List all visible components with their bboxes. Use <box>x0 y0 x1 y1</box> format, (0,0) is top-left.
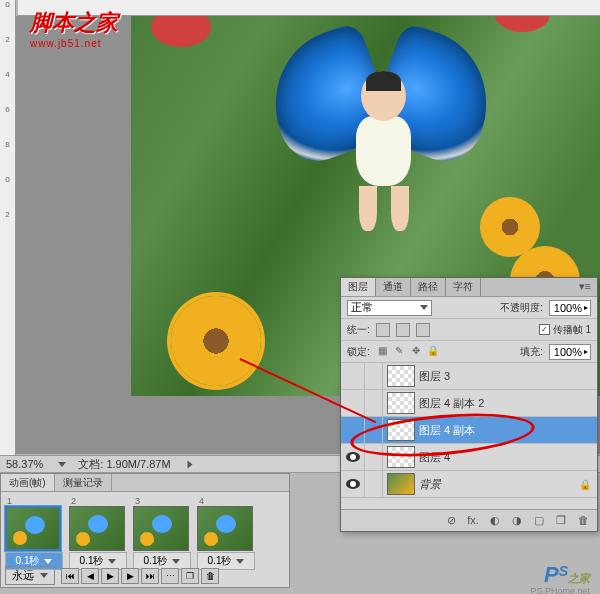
layer-thumbnail[interactable] <box>387 446 415 468</box>
visibility-toggle[interactable] <box>341 417 365 443</box>
animation-tabs: 动画(帧) 测量记录 <box>1 474 289 492</box>
new-layer-button[interactable]: ❐ <box>553 514 569 528</box>
propagate-label: 传播帧 1 <box>553 323 591 337</box>
layer-name[interactable]: 背景 <box>419 477 441 492</box>
eye-icon <box>346 452 360 462</box>
delete-layer-button[interactable]: 🗑 <box>575 514 591 528</box>
frame-thumbnail[interactable] <box>69 506 125 551</box>
visibility-toggle[interactable] <box>341 444 365 470</box>
layer-name[interactable]: 图层 3 <box>419 369 450 384</box>
visibility-toggle[interactable] <box>341 363 365 389</box>
animation-frames-list: 1 0.1秒2 0.1秒3 0.1秒4 0.1秒 <box>1 492 289 574</box>
watermark-title: 脚本之家 <box>30 8 118 38</box>
frame-number: 1 <box>5 496 63 506</box>
layer-thumbnail[interactable] <box>387 419 415 441</box>
frame-number: 2 <box>69 496 127 506</box>
tab-paths[interactable]: 路径 <box>411 278 446 296</box>
layer-thumbnail[interactable] <box>387 365 415 387</box>
link-cell[interactable] <box>365 363 383 389</box>
tab-measurement-log[interactable]: 测量记录 <box>55 474 112 491</box>
animation-frame[interactable]: 3 0.1秒 <box>133 496 191 570</box>
frame-number: 3 <box>133 496 191 506</box>
chevron-right-icon[interactable] <box>187 460 192 468</box>
chevron-down-icon <box>40 573 48 578</box>
layers-panel-tabs: 图层 通道 路径 字符 ▾≡ <box>341 278 597 297</box>
lock-all-icon[interactable]: 🔒 <box>427 345 440 358</box>
chevron-down-icon <box>44 559 52 564</box>
vertical-ruler: 0 2 4 6 8 0 2 <box>0 0 16 455</box>
link-layers-button[interactable]: ⊘ <box>443 514 459 528</box>
tab-animation-frames[interactable]: 动画(帧) <box>1 474 55 491</box>
layer-mask-button[interactable]: ◐ <box>487 514 503 528</box>
layer-row[interactable]: 图层 4 副本 <box>341 417 597 444</box>
layer-thumbnail[interactable] <box>387 473 415 495</box>
link-cell[interactable] <box>365 444 383 470</box>
frame-thumbnail[interactable] <box>133 506 189 551</box>
frame-thumbnail[interactable] <box>197 506 253 551</box>
lock-pixels-icon[interactable]: ✎ <box>393 345 406 358</box>
tween-button[interactable]: ⋯ <box>161 568 179 584</box>
panel-menu-button[interactable]: ▾≡ <box>573 278 597 296</box>
link-cell[interactable] <box>365 390 383 416</box>
lock-icon: 🔒 <box>579 479 591 490</box>
fill-input[interactable]: 100%▸ <box>549 344 591 360</box>
animation-controls: 永远 ⏮ ◀ ▶ ▶ ⏭ ⋯ ❐ 🗑 <box>5 566 219 585</box>
watermark-url: www.jb51.net <box>30 38 118 49</box>
first-frame-button[interactable]: ⏮ <box>61 568 79 584</box>
lock-position-icon[interactable]: ✥ <box>410 345 423 358</box>
eye-icon <box>346 479 360 489</box>
doc-size: 1.90M/7.87M <box>106 458 170 470</box>
unify-style-icon[interactable] <box>416 323 430 337</box>
frame-thumbnail[interactable] <box>5 506 61 551</box>
animation-frame[interactable]: 1 0.1秒 <box>5 496 63 570</box>
layer-row[interactable]: 背景 🔒 <box>341 471 597 498</box>
prev-frame-button[interactable]: ◀ <box>81 568 99 584</box>
layer-list: 图层 3 图层 4 副本 2 图层 4 副本 图层 4 背景 🔒 <box>341 363 597 498</box>
layer-name[interactable]: 图层 4 副本 2 <box>419 396 484 411</box>
frame-number: 4 <box>197 496 255 506</box>
animation-frame[interactable]: 2 0.1秒 <box>69 496 127 570</box>
unify-label: 统一: <box>347 323 370 337</box>
zoom-level[interactable]: 58.37% <box>6 458 43 470</box>
propagate-checkbox[interactable]: ✓ <box>539 324 550 335</box>
link-cell[interactable] <box>365 471 383 497</box>
bottom-logo: PS之家 <box>544 562 590 588</box>
layer-name[interactable]: 图层 4 <box>419 450 450 465</box>
chevron-down-icon <box>172 559 180 564</box>
visibility-toggle[interactable] <box>341 471 365 497</box>
opacity-label: 不透明度: <box>500 301 543 315</box>
fill-label: 填充: <box>520 345 543 359</box>
adjustment-layer-button[interactable]: ◑ <box>509 514 525 528</box>
duplicate-frame-button[interactable]: ❐ <box>181 568 199 584</box>
layer-row[interactable]: 图层 4 副本 2 <box>341 390 597 417</box>
lock-label: 锁定: <box>347 345 370 359</box>
chevron-down-icon <box>420 305 428 310</box>
layer-thumbnail[interactable] <box>387 392 415 414</box>
unify-position-icon[interactable] <box>376 323 390 337</box>
layers-panel-footer: ⊘ fx. ◐ ◑ ▢ ❐ 🗑 <box>341 509 597 531</box>
layer-row[interactable]: 图层 3 <box>341 363 597 390</box>
lock-transparency-icon[interactable]: ▦ <box>376 345 389 358</box>
unify-visibility-icon[interactable] <box>396 323 410 337</box>
chevron-down-icon <box>108 559 116 564</box>
chevron-down-icon[interactable] <box>58 462 66 467</box>
loop-selector[interactable]: 永远 <box>5 566 55 585</box>
layers-panel: 图层 通道 路径 字符 ▾≡ 正常 不透明度: 100%▸ 统一: ✓ 传播帧 … <box>340 277 598 532</box>
layer-style-button[interactable]: fx. <box>465 514 481 528</box>
opacity-input[interactable]: 100%▸ <box>549 300 591 316</box>
delete-frame-button[interactable]: 🗑 <box>201 568 219 584</box>
last-frame-button[interactable]: ⏭ <box>141 568 159 584</box>
next-frame-button[interactable]: ▶ <box>121 568 139 584</box>
tab-character[interactable]: 字符 <box>446 278 481 296</box>
tab-layers[interactable]: 图层 <box>341 278 376 296</box>
tab-channels[interactable]: 通道 <box>376 278 411 296</box>
layer-name[interactable]: 图层 4 副本 <box>419 423 475 438</box>
layer-group-button[interactable]: ▢ <box>531 514 547 528</box>
chevron-down-icon <box>236 559 244 564</box>
blend-mode-select[interactable]: 正常 <box>347 300 432 316</box>
animation-frame[interactable]: 4 0.1秒 <box>197 496 255 570</box>
bottom-logo-url: PS.PHome.net <box>530 586 590 594</box>
animation-panel: 动画(帧) 测量记录 1 0.1秒2 0.1秒3 0.1秒4 0.1秒 永远 ⏮… <box>0 473 290 588</box>
layer-row[interactable]: 图层 4 <box>341 444 597 471</box>
play-button[interactable]: ▶ <box>101 568 119 584</box>
